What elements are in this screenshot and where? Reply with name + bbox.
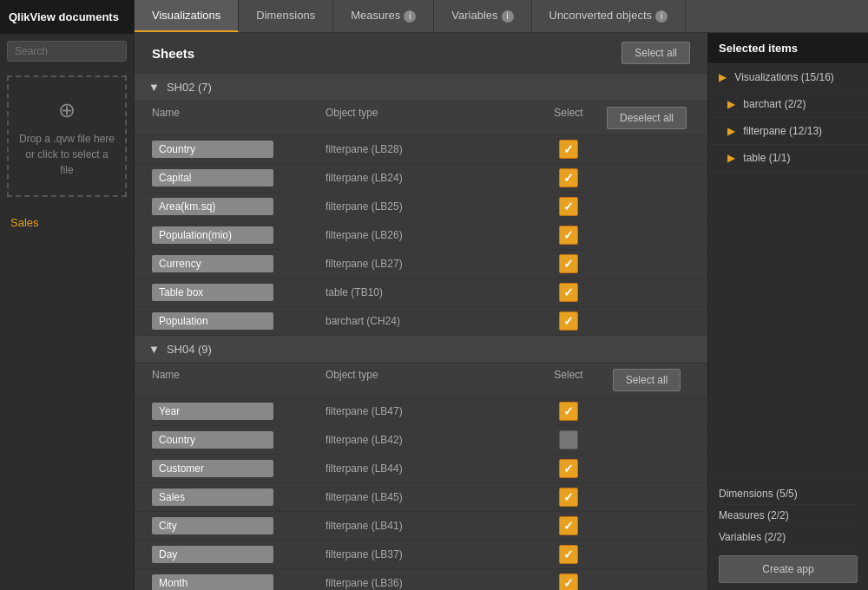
table-row: Day filterpane (LB37) xyxy=(135,541,707,569)
create-app-button[interactable]: Create app xyxy=(719,555,858,583)
sh04-select-all-button[interactable]: Select all xyxy=(613,369,681,391)
sidebar-item-sales[interactable]: Sales xyxy=(0,211,134,234)
row-checkbox-partial[interactable] xyxy=(559,430,578,449)
row-name-badge: Population(mio) xyxy=(152,226,273,244)
row-type: filterpane (LB41) xyxy=(326,520,534,532)
sh02-label: SH02 (7) xyxy=(167,81,212,94)
visualizations-arrow-icon: ▶ xyxy=(719,71,727,83)
filterpane-label: filterpane (12/13) xyxy=(743,125,822,137)
col-action-header2: Select all xyxy=(603,369,690,391)
sheets-header: Sheets Select all xyxy=(135,33,707,74)
table-row: Customer filterpane (LB44) xyxy=(135,455,707,483)
row-type: filterpane (LB25) xyxy=(326,200,534,213)
row-name-badge: Month xyxy=(152,574,273,590)
tab-dimensions[interactable]: Dimensions xyxy=(239,0,333,32)
select-all-button[interactable]: Select all xyxy=(621,42,690,64)
sheet-group-sh04: ▼ SH04 (9) Name Object type Select Selec… xyxy=(135,336,707,590)
table-row: Month filterpane (LB36) xyxy=(135,569,707,590)
plus-icon: ⊕ xyxy=(17,95,116,126)
right-panel-filterpane[interactable]: ▶ filterpane (12/13) xyxy=(708,118,868,145)
col-select-header2: Select xyxy=(534,369,603,391)
tab-unconverted[interactable]: Unconverted objectsi xyxy=(532,0,687,32)
unconverted-info-icon[interactable]: i xyxy=(655,10,667,23)
filterpane-arrow-icon: ▶ xyxy=(727,125,735,137)
row-checkbox[interactable] xyxy=(559,488,578,507)
right-panel-spacer xyxy=(708,172,868,475)
row-type: filterpane (LB47) xyxy=(326,405,534,417)
row-type: filterpane (LB28) xyxy=(326,143,534,155)
sidebar: QlikView documents ⊕ Drop a .qvw file he… xyxy=(0,0,135,590)
tab-visualizations[interactable]: Visualizations xyxy=(135,0,239,32)
table-row: Population(mio) filterpane (LB26) xyxy=(135,221,707,250)
sidebar-nav: Sales xyxy=(0,204,134,241)
row-name-badge: Country xyxy=(152,431,273,449)
row-name-badge: Capital xyxy=(152,169,273,187)
variables-info-icon[interactable]: i xyxy=(502,10,514,23)
table-arrow-icon: ▶ xyxy=(727,152,735,164)
row-name-badge: Population xyxy=(152,312,273,330)
sh02-deselect-all-button[interactable]: Deselect all xyxy=(607,107,687,129)
footer-measures: Measures (2/2) xyxy=(719,505,858,527)
app-title: QlikView documents xyxy=(0,0,134,34)
right-panel-table[interactable]: ▶ table (1/1) xyxy=(708,145,868,172)
row-checkbox[interactable] xyxy=(559,283,578,302)
table-row: Area(km.sq) filterpane (LB25) xyxy=(135,193,707,221)
right-panel-footer: Dimensions (5/5) Measures (2/2) Variable… xyxy=(708,475,868,590)
tab-measures[interactable]: Measuresi xyxy=(333,0,434,32)
barchart-arrow-icon: ▶ xyxy=(727,98,735,110)
row-name-badge: Table box xyxy=(152,284,273,301)
content-area: Sheets Select all ▼ SH02 (7) Name Object… xyxy=(135,33,868,590)
barchart-label: barchart (2/2) xyxy=(743,98,806,110)
sh04-arrow-icon: ▼ xyxy=(148,343,160,356)
row-checkbox[interactable] xyxy=(559,402,578,421)
col-action-header: Deselect all xyxy=(603,107,690,129)
sh04-label: SH04 (9) xyxy=(167,343,212,356)
sheets-title: Sheets xyxy=(152,46,194,61)
footer-variables: Variables (2/2) xyxy=(719,527,858,548)
row-type: filterpane (LB24) xyxy=(326,172,534,184)
right-panel-visualizations[interactable]: ▶ Visualizations (15/16) xyxy=(708,64,868,91)
table-row: Population barchart (CH24) xyxy=(135,307,707,336)
row-checkbox[interactable] xyxy=(559,574,578,590)
sh04-table-header: Name Object type Select Select all xyxy=(135,364,707,397)
row-checkbox[interactable] xyxy=(559,516,578,535)
row-name-badge: Currency xyxy=(152,255,273,272)
sheet-group-sh02: ▼ SH02 (7) Name Object type Select Desel… xyxy=(135,74,707,336)
right-panel: Selected items ▶ Visualizations (15/16) … xyxy=(707,33,868,590)
table-label: table (1/1) xyxy=(743,152,790,164)
sheet-group-sh02-header[interactable]: ▼ SH02 (7) xyxy=(135,74,707,102)
row-name-badge: Country xyxy=(152,141,273,158)
tabs-bar: Visualizations Dimensions Measuresi Vari… xyxy=(135,0,868,33)
sh02-arrow-icon: ▼ xyxy=(148,81,160,94)
col-type-header2: Object type xyxy=(326,369,534,391)
drop-zone[interactable]: ⊕ Drop a .qvw file here or click to sele… xyxy=(7,75,127,197)
row-type: filterpane (LB44) xyxy=(326,462,534,475)
row-checkbox[interactable] xyxy=(559,311,578,331)
row-checkbox[interactable] xyxy=(559,254,578,273)
row-checkbox[interactable] xyxy=(559,226,578,245)
measures-info-icon[interactable]: i xyxy=(404,10,416,23)
table-row: Year filterpane (LB47) xyxy=(135,397,707,426)
right-panel-barchart[interactable]: ▶ barchart (2/2) xyxy=(708,91,868,118)
table-row: Country filterpane (LB28) xyxy=(135,135,707,164)
row-checkbox[interactable] xyxy=(559,168,578,187)
sheets-panel: Sheets Select all ▼ SH02 (7) Name Object… xyxy=(135,33,707,590)
tab-variables[interactable]: Variablesi xyxy=(434,0,531,32)
row-checkbox[interactable] xyxy=(559,459,578,478)
col-name-header2: Name xyxy=(152,369,326,391)
sh02-table-header: Name Object type Select Deselect all xyxy=(135,102,707,135)
col-name-header: Name xyxy=(152,107,326,129)
row-checkbox[interactable] xyxy=(559,197,578,216)
row-checkbox[interactable] xyxy=(559,545,578,564)
search-input[interactable] xyxy=(7,41,127,62)
row-name-badge: Sales xyxy=(152,488,273,506)
sheet-group-sh04-header[interactable]: ▼ SH04 (9) xyxy=(135,336,707,364)
row-checkbox[interactable] xyxy=(559,140,578,159)
main-area: Visualizations Dimensions Measuresi Vari… xyxy=(135,0,868,590)
drop-text: Drop a .qvw file here or click to select… xyxy=(19,133,115,176)
row-name-badge: Customer xyxy=(152,460,273,477)
visualizations-label: Visualizations (15/16) xyxy=(734,71,834,83)
table-row: Country filterpane (LB42) xyxy=(135,426,707,455)
table-row: City filterpane (LB41) xyxy=(135,512,707,541)
table-row: Table box table (TB10) xyxy=(135,279,707,307)
